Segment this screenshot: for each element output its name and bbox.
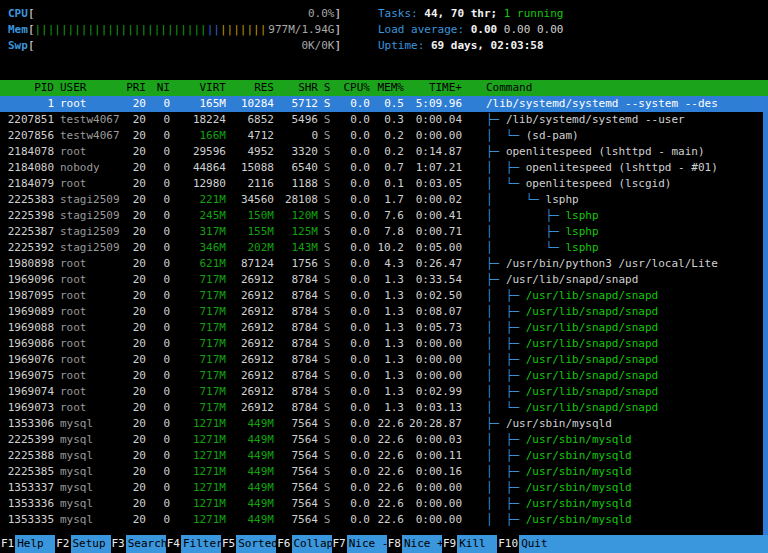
fkey-number: F10	[497, 535, 519, 553]
cell-cpu: 0.0	[336, 272, 370, 288]
column-header-res[interactable]: RES	[226, 80, 274, 96]
process-row[interactable]: 1969074 root 20 0 717M 26912 8784 S 0.0 …	[0, 384, 768, 400]
cell-shr: 7564	[274, 480, 318, 496]
cell-shr: 7564	[274, 448, 318, 464]
column-header-command[interactable]: Command	[462, 80, 768, 96]
function-key[interactable]: F8 Nice +	[387, 535, 442, 553]
process-row[interactable]: 2184078 root 20 0 29596 4952 3320 S 0.0 …	[0, 144, 768, 160]
cell-time: 0:00.00	[404, 496, 462, 512]
cmd-tree-branch: │ └─	[486, 177, 526, 190]
column-header-shr[interactable]: SHR	[274, 80, 318, 96]
cell-virt: 1271M	[170, 480, 226, 496]
cell-pid: 2225392	[0, 240, 54, 256]
function-key[interactable]: F6 Collap	[276, 535, 331, 553]
column-header-time[interactable]: TIME+	[404, 80, 462, 96]
function-key[interactable]: F3 Search	[111, 535, 166, 553]
process-row[interactable]: 1969073 root 20 0 717M 26912 8784 S 0.0 …	[0, 400, 768, 416]
cmd-text: /lib/systemd/systemd --user	[506, 113, 685, 126]
process-list: 1 root 20 0 165M 10284 5712 S 0.0 0.5 5:…	[0, 96, 768, 535]
load-average-label: Load average:	[378, 23, 471, 36]
column-header-mem[interactable]: MEM%	[370, 80, 404, 96]
cell-ni: 0	[146, 96, 170, 112]
cell-pid: 1969089	[0, 304, 54, 320]
cell-cpu: 0.0	[336, 384, 370, 400]
column-header-virt[interactable]: VIRT	[170, 80, 226, 96]
cell-user: root	[54, 176, 120, 192]
column-header-state[interactable]: S	[318, 80, 336, 96]
process-row[interactable]: 1969076 root 20 0 717M 26912 8784 S 0.0 …	[0, 352, 768, 368]
cell-pid: 2225385	[0, 464, 54, 480]
cmd-tree-branch: │ └─	[486, 129, 526, 142]
process-row[interactable]: 2225399 mysql 20 0 1271M 449M 7564 S 0.0…	[0, 432, 768, 448]
cell-time: 0:08.07	[404, 304, 462, 320]
cell-virt: 1271M	[170, 512, 226, 528]
process-row[interactable]: 1353336 mysql 20 0 1271M 449M 7564 S 0.0…	[0, 496, 768, 512]
cmd-text: /usr/lib/snapd/snapd	[526, 305, 658, 318]
cell-cpu: 0.0	[336, 352, 370, 368]
process-row[interactable]: 2225398 stagi2509 20 0 245M 150M 120M S …	[0, 208, 768, 224]
process-row[interactable]: 1969075 root 20 0 717M 26912 8784 S 0.0 …	[0, 368, 768, 384]
fkey-number: F1	[0, 535, 15, 553]
cell-mem: 1.7	[370, 192, 404, 208]
process-row[interactable]: 1353306 mysql 20 0 1271M 449M 7564 S 0.0…	[0, 416, 768, 432]
process-row[interactable]: 2225385 mysql 20 0 1271M 449M 7564 S 0.0…	[0, 464, 768, 480]
cmd-text: /usr/sbin/mysqld	[526, 481, 632, 494]
cell-virt: 1271M	[170, 496, 226, 512]
function-key[interactable]: F9 Kill	[442, 535, 497, 553]
process-row[interactable]: 1 root 20 0 165M 10284 5712 S 0.0 0.5 5:…	[0, 96, 768, 112]
column-header-cpu[interactable]: CPU%	[336, 80, 370, 96]
process-row[interactable]: 1969096 root 20 0 717M 26912 8784 S 0.0 …	[0, 272, 768, 288]
function-key[interactable]: F4 Filter	[166, 535, 221, 553]
cell-state: S	[318, 272, 336, 288]
cell-shr: 7564	[274, 416, 318, 432]
function-key[interactable]: F1 Help	[0, 535, 55, 553]
function-key[interactable]: F7 Nice -	[332, 535, 387, 553]
process-row[interactable]: 1969086 root 20 0 717M 26912 8784 S 0.0 …	[0, 336, 768, 352]
cell-pid: 1969096	[0, 272, 54, 288]
function-key[interactable]: F10 Quit	[497, 535, 559, 553]
mem-meter: Mem[|||||||||||||||||||||||||||||||||||9…	[8, 22, 370, 38]
cell-time: 0:14.87	[404, 144, 462, 160]
cell-user: root	[54, 368, 120, 384]
cell-command: │ ├─ /usr/lib/snapd/snapd	[462, 288, 768, 304]
swp-meter-value: 0K/0K	[301, 38, 334, 54]
process-row[interactable]: 1987095 root 20 0 717M 26912 8784 S 0.0 …	[0, 288, 768, 304]
cell-state: S	[318, 128, 336, 144]
swp-meter-label: Swp	[8, 38, 28, 54]
process-row[interactable]: 2207851 testw4067 20 0 18224 6852 5496 S…	[0, 112, 768, 128]
process-row[interactable]: 2184080 nobody 20 0 44864 15088 6540 S 0…	[0, 160, 768, 176]
cell-time: 1:07.21	[404, 160, 462, 176]
process-row[interactable]: 2225387 stagi2509 20 0 317M 155M 125M S …	[0, 224, 768, 240]
cell-pid: 1987095	[0, 288, 54, 304]
column-header-pri[interactable]: PRI	[120, 80, 146, 96]
fkey-label: Sorted	[236, 535, 276, 553]
cell-command: │ ├─ /usr/sbin/mysqld	[462, 448, 768, 464]
cell-pri: 20	[120, 176, 146, 192]
function-key[interactable]: F5 Sorted	[221, 535, 276, 553]
process-row[interactable]: 2207856 testw4067 20 0 166M 4712 0 S 0.0…	[0, 128, 768, 144]
cell-cpu: 0.0	[336, 128, 370, 144]
process-row[interactable]: 1969088 root 20 0 717M 26912 8784 S 0.0 …	[0, 320, 768, 336]
cell-pri: 20	[120, 480, 146, 496]
process-row[interactable]: 2225388 mysql 20 0 1271M 449M 7564 S 0.0…	[0, 448, 768, 464]
process-row[interactable]: 2184079 root 20 0 12980 2116 1188 S 0.0 …	[0, 176, 768, 192]
cell-virt: 717M	[170, 336, 226, 352]
cell-mem: 1.3	[370, 272, 404, 288]
column-header-user[interactable]: USER	[54, 80, 120, 96]
cell-shr: 8784	[274, 320, 318, 336]
cell-shr: 7564	[274, 464, 318, 480]
column-header-pid[interactable]: PID	[0, 80, 54, 96]
cell-virt: 29596	[170, 144, 226, 160]
process-row[interactable]: 2225392 stagi2509 20 0 346M 202M 143M S …	[0, 240, 768, 256]
process-row[interactable]: 2225383 stagi2509 20 0 221M 34560 28108 …	[0, 192, 768, 208]
process-row[interactable]: 1969089 root 20 0 717M 26912 8784 S 0.0 …	[0, 304, 768, 320]
cmd-tree-branch: │ ├─	[486, 513, 526, 526]
column-header-ni[interactable]: NI	[146, 80, 170, 96]
function-key[interactable]: F2 Setup	[55, 535, 110, 553]
process-row[interactable]: 1353335 mysql 20 0 1271M 449M 7564 S 0.0…	[0, 512, 768, 528]
scrollbar[interactable]	[763, 96, 768, 535]
cell-user: mysql	[54, 480, 120, 496]
cell-cpu: 0.0	[336, 320, 370, 336]
process-row[interactable]: 1980898 root 20 0 621M 87124 1756 S 0.0 …	[0, 256, 768, 272]
process-row[interactable]: 1353337 mysql 20 0 1271M 449M 7564 S 0.0…	[0, 480, 768, 496]
